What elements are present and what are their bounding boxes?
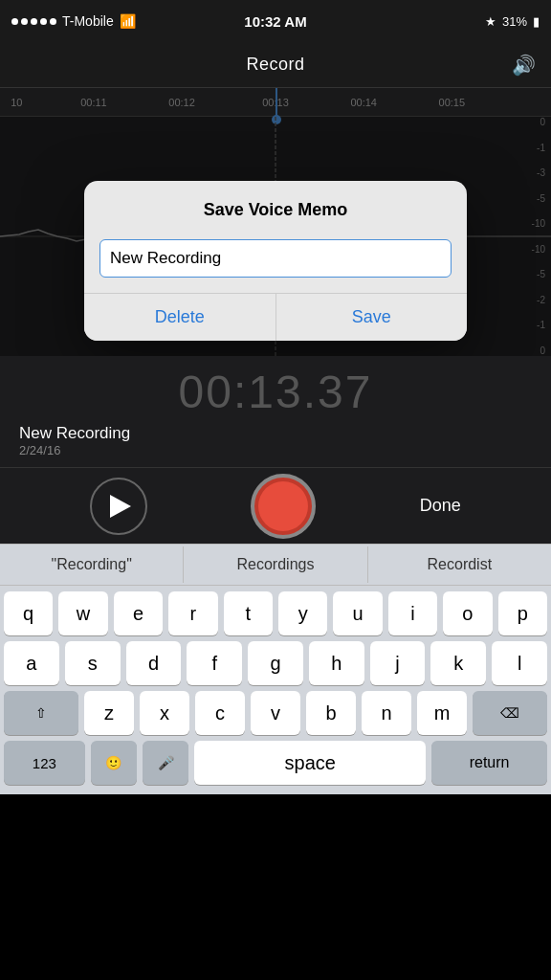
key-j[interactable]: j	[370, 641, 426, 685]
key-v[interactable]: v	[251, 691, 300, 735]
keyboard: q w e r t y u i o p a s d f g h j k l ⇧ …	[0, 586, 551, 794]
key-x[interactable]: x	[140, 691, 189, 735]
status-time: 10:32 AM	[244, 13, 306, 30]
dialog-buttons: Delete Save	[84, 293, 467, 341]
key-q[interactable]: q	[4, 591, 53, 635]
battery-icon: ▮	[533, 14, 540, 29]
keyboard-row-3: ⇧ z x c v b n m ⌫	[4, 691, 547, 735]
key-n[interactable]: n	[362, 691, 411, 735]
key-i[interactable]: i	[388, 591, 437, 635]
recording-date-label: 2/24/16	[19, 443, 532, 457]
bluetooth-icon: ★	[485, 14, 496, 29]
carrier-label: T-Mobile	[62, 13, 114, 29]
recording-info: 00:13.37 New Recording 2/24/16	[0, 356, 551, 467]
status-left: T-Mobile 📶	[11, 13, 136, 29]
recording-timer: 00:13.37	[19, 366, 532, 418]
nav-bar: Record 🔊	[0, 42, 551, 88]
keyboard-row-4: 123 🙂 🎤 space return	[4, 741, 547, 785]
key-h[interactable]: h	[309, 641, 364, 685]
key-g[interactable]: g	[248, 641, 303, 685]
dialog-overlay: Save Voice Memo Delete Save	[0, 88, 551, 356]
autocomplete-item-2[interactable]: Recordist	[368, 546, 551, 583]
key-y[interactable]: y	[278, 591, 327, 635]
dialog-input-wrap	[84, 230, 467, 293]
key-w[interactable]: w	[58, 591, 107, 635]
record-inner	[258, 481, 308, 531]
battery-percent: 31%	[502, 14, 527, 29]
autocomplete-item-1[interactable]: Recordings	[184, 546, 367, 583]
recording-name-input[interactable]	[99, 239, 452, 278]
play-button[interactable]	[90, 478, 147, 535]
record-button[interactable]	[251, 474, 316, 539]
key-r[interactable]: r	[168, 591, 217, 635]
shift-key[interactable]: ⇧	[4, 691, 78, 735]
key-z[interactable]: z	[84, 691, 134, 735]
controls-bar: Done	[0, 467, 551, 544]
recording-name-label: New Recording	[19, 424, 532, 443]
key-l[interactable]: l	[492, 641, 547, 685]
key-c[interactable]: c	[195, 691, 245, 735]
delete-key[interactable]: ⌫	[473, 691, 547, 735]
speaker-icon[interactable]: 🔊	[512, 54, 536, 77]
key-f[interactable]: f	[187, 641, 242, 685]
wifi-icon: 📶	[120, 13, 136, 29]
key-b[interactable]: b	[306, 691, 356, 735]
key-p[interactable]: p	[498, 591, 547, 635]
return-key[interactable]: return	[431, 741, 547, 785]
emoji-key[interactable]: 🙂	[91, 741, 137, 785]
key-s[interactable]: s	[65, 641, 121, 685]
keyboard-row-1: q w e r t y u i o p	[4, 591, 547, 635]
waveform-area: 10 00:11 00:12 00:13 00:14 00:15 0 -1 -3…	[0, 88, 551, 356]
key-a[interactable]: a	[4, 641, 59, 685]
key-d[interactable]: d	[126, 641, 182, 685]
save-dialog: Save Voice Memo Delete Save	[84, 181, 467, 341]
status-bar: T-Mobile 📶 10:32 AM ★ 31% ▮	[0, 0, 551, 42]
delete-button[interactable]: Delete	[84, 294, 276, 341]
keyboard-row-2: a s d f g h j k l	[4, 641, 547, 685]
dialog-title: Save Voice Memo	[84, 181, 467, 230]
key-u[interactable]: u	[333, 591, 382, 635]
status-right: ★ 31% ▮	[485, 14, 540, 29]
key-e[interactable]: e	[114, 591, 163, 635]
signal-dots	[11, 18, 56, 25]
key-o[interactable]: o	[443, 591, 492, 635]
save-button[interactable]: Save	[276, 294, 468, 341]
key-k[interactable]: k	[430, 641, 486, 685]
key-m[interactable]: m	[417, 691, 467, 735]
play-icon	[110, 495, 131, 518]
autocomplete-item-0[interactable]: "Recording"	[0, 546, 184, 583]
autocomplete-bar: "Recording" Recordings Recordist	[0, 544, 551, 586]
nav-title: Record	[246, 55, 304, 75]
numbers-key[interactable]: 123	[4, 741, 85, 785]
mic-key[interactable]: 🎤	[143, 741, 188, 785]
done-button[interactable]: Done	[420, 496, 461, 516]
space-key[interactable]: space	[194, 741, 426, 785]
key-t[interactable]: t	[224, 591, 273, 635]
